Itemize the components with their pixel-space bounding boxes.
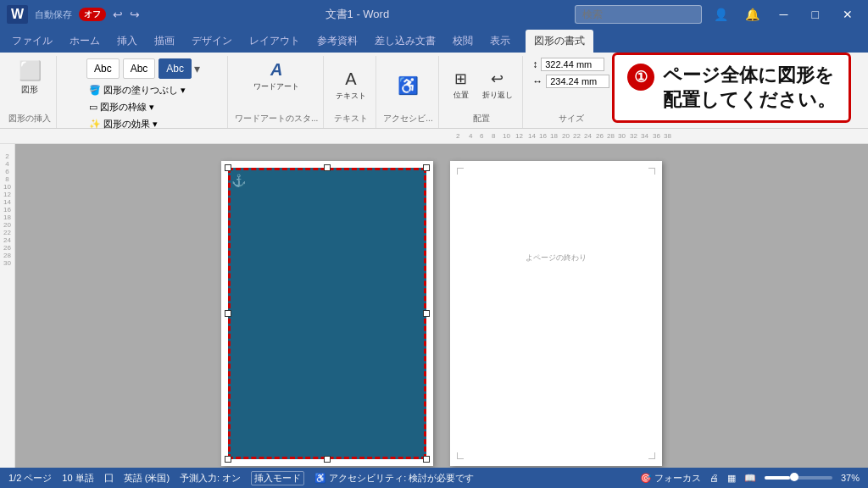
corner-mark-br	[648, 452, 655, 459]
status-bar: 1/2 ページ 10 単語 囗 英語 (米国) 予測入力: オン 挿入モード ♿…	[0, 468, 868, 488]
tab-view[interactable]: 表示	[481, 30, 519, 53]
tab-layout[interactable]: レイアウト	[241, 30, 309, 53]
ribbon-group-size: ↕ ↔ サイズ	[525, 56, 618, 128]
zoom-thumb[interactable]	[790, 473, 798, 481]
annotation-number: ①	[627, 64, 654, 91]
close-btn[interactable]: ✕	[834, 4, 861, 25]
resize-handle-bl[interactable]	[225, 456, 231, 463]
group-label-shape-insert: 図形の挿入	[8, 113, 51, 126]
ribbon-group-shape-styles: Abc Abc Abc ▾ 🪣 図形の塗りつぶし ▾ ▭ 図形の枠線 ▾ ✨ 図…	[58, 56, 228, 128]
text-icon: A	[345, 69, 356, 89]
resize-handle-mr[interactable]	[423, 310, 430, 317]
user-icon[interactable]: 👤	[709, 6, 733, 23]
size-height-row: ↕	[532, 58, 604, 71]
corner-mark-tr	[648, 168, 655, 175]
zoom-slider[interactable]	[765, 476, 832, 480]
width-icon: ↔	[532, 75, 542, 87]
read-icon[interactable]: 📖	[744, 473, 756, 484]
group-label-wordart: ワードアートのスタ...	[235, 113, 318, 126]
word-count: 10 単語	[62, 472, 93, 485]
ribbon-tab-bar: ファイル ホーム 挿入 描画 デザイン レイアウト 参考資料 差し込み文書 校閲…	[0, 29, 868, 53]
wordart-btn[interactable]: A ワードアート	[249, 58, 303, 95]
mode-label: 挿入モード	[251, 471, 304, 485]
autosave-toggle[interactable]: オフ	[79, 8, 106, 21]
tab-file[interactable]: ファイル	[3, 30, 61, 53]
resize-handle-tr[interactable]	[423, 164, 430, 171]
group-label-size: サイズ	[559, 113, 584, 126]
blue-shape[interactable]	[228, 168, 426, 459]
resize-handle-ml[interactable]	[225, 310, 231, 317]
ribbon-group-text: A テキスト テキスト	[326, 56, 376, 128]
minimize-btn[interactable]: ─	[771, 4, 797, 25]
title-text: 文書1 - Word	[147, 7, 568, 22]
redo-btn[interactable]: ↪	[130, 8, 140, 21]
ribbon-group-accessibility: ♿ アクセシビ...	[378, 56, 438, 128]
position-btn[interactable]: ⊞ 位置	[446, 67, 476, 103]
position-icon: ⊞	[454, 69, 467, 88]
styles-more-btn[interactable]: ▾	[194, 62, 200, 75]
zoom-percent: 37%	[841, 473, 860, 483]
status-right-area: 🎯 フォーカス 🖨 ▦ 📖 37%	[640, 472, 860, 485]
horizontal-ruler: 2 4 6 8 10 12 14 16 18 20 22 24 26 28 30…	[0, 129, 868, 144]
wrap-icon: ↩	[491, 69, 504, 88]
page-end-label: よページの終わり	[526, 252, 587, 263]
accessibility-icon: ♿	[398, 75, 419, 96]
shape-style-btn-1[interactable]: Abc	[86, 58, 120, 79]
layout-icon[interactable]: ▦	[727, 473, 736, 484]
resize-handle-tm[interactable]	[324, 164, 331, 171]
shape-style-btn-3[interactable]: Abc	[159, 58, 192, 79]
wrap-text-btn[interactable]: ↩ 折り返し	[478, 67, 517, 103]
group-label-accessibility: アクセシビ...	[383, 113, 432, 126]
accessibility-btn[interactable]: ♿	[393, 73, 424, 98]
tab-design[interactable]: デザイン	[183, 30, 241, 53]
group-label-arrange: 配置	[473, 113, 490, 126]
maximize-btn[interactable]: □	[804, 4, 827, 25]
annotation-text: ページ全体に図形を 配置してください。	[663, 64, 836, 112]
tab-mailings[interactable]: 差し込み文書	[366, 30, 444, 53]
page-2: よページの終わり	[450, 161, 662, 466]
fill-icon: 🪣	[89, 85, 101, 96]
shape-fill-btn[interactable]: 🪣 図形の塗りつぶし ▾	[86, 82, 189, 98]
language: 英語 (米国)	[124, 472, 170, 485]
shape-icon: ⬜	[19, 60, 42, 82]
tab-shape-format[interactable]: 図形の書式	[526, 30, 593, 53]
page-1: ⚓	[221, 161, 433, 466]
group-label-text: テキスト	[334, 113, 368, 126]
search-input[interactable]	[575, 5, 702, 24]
shape-style-btn-2[interactable]: Abc	[123, 58, 156, 79]
zoom-fill	[765, 476, 790, 480]
ribbon-group-shape-insert: ⬜ 図形 図形の挿入	[3, 56, 57, 128]
tab-insert[interactable]: 挿入	[108, 30, 146, 53]
autosave-label: 自動保存	[35, 8, 72, 21]
size-width-row: ↔	[532, 75, 609, 88]
accessibility-status[interactable]: ♿ アクセシビリティ: 検討が必要です	[314, 472, 474, 485]
tab-draw[interactable]: 描画	[146, 30, 183, 53]
annotation-bubble: ① ページ全体に図形を 配置してください。	[612, 53, 851, 123]
resize-handle-bm[interactable]	[324, 456, 331, 463]
undo-btn[interactable]: ↩	[113, 8, 123, 21]
title-bar: W 自動保存 オフ ↩ ↪ 文書1 - Word 👤 🔔 ─ □ ✕	[0, 0, 868, 29]
bell-icon[interactable]: 🔔	[740, 6, 765, 23]
print-icon[interactable]: 🖨	[709, 473, 719, 483]
shape-outline-btn[interactable]: ▭ 図形の枠線 ▾	[86, 99, 189, 115]
tab-home[interactable]: ホーム	[61, 30, 108, 53]
focus-label[interactable]: 🎯 フォーカス	[640, 472, 701, 485]
ribbon-group-arrange: ⊞ 位置 ↩ 折り返し 配置	[441, 56, 523, 128]
ribbon-group-wordart: A ワードアート ワードアートのスタ...	[230, 56, 324, 128]
lang-icon: 囗	[104, 472, 114, 485]
wordart-icon: A	[270, 60, 282, 80]
tab-references[interactable]: 参考資料	[309, 30, 366, 53]
main-area: 24681012141618202224262830 ⚓	[0, 144, 868, 468]
outline-icon: ▭	[89, 102, 97, 113]
tab-review[interactable]: 校閲	[444, 30, 481, 53]
document-canvas[interactable]: ⚓ よページの終わり	[15, 144, 868, 468]
resize-handle-br[interactable]	[423, 456, 430, 463]
resize-handle-tl[interactable]	[225, 164, 231, 171]
shape-btn[interactable]: ⬜ 図形	[14, 58, 46, 98]
shape-fill-outline-effects: 🪣 図形の塗りつぶし ▾ ▭ 図形の枠線 ▾ ✨ 図形の効果 ▾	[86, 82, 189, 132]
height-input[interactable]	[541, 58, 604, 71]
text-btn[interactable]: A テキスト	[331, 67, 370, 104]
predict-label: 予測入力: オン	[180, 472, 241, 485]
corner-mark-tl	[457, 168, 464, 175]
width-input[interactable]	[546, 75, 609, 88]
